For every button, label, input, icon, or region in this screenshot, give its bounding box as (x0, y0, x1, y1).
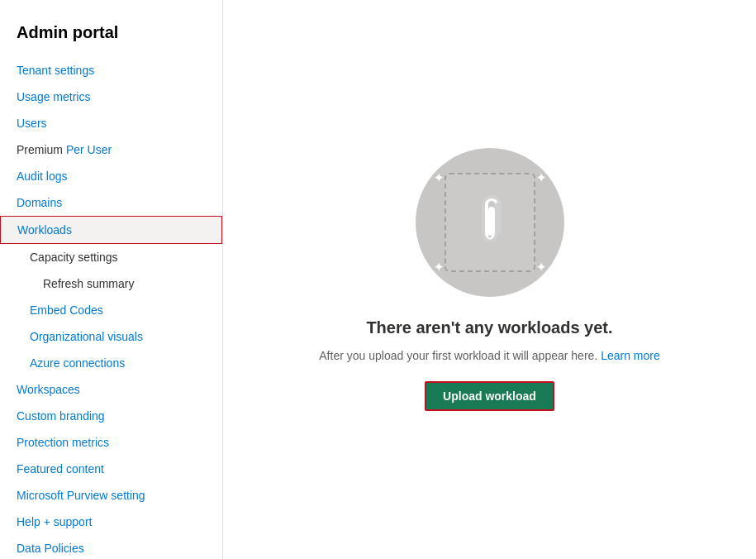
app-container: Admin portal Tenant settingsUsage metric… (0, 0, 756, 559)
nav-items-container: Tenant settingsUsage metricsUsersPremium… (0, 57, 222, 559)
sidebar-item-data-policies[interactable]: Data Policies (0, 535, 222, 559)
sidebar-item-workloads[interactable]: Workloads (0, 216, 222, 244)
sidebar-item-protection-metrics[interactable]: Protection metrics (0, 429, 222, 456)
sidebar-item-azure-connections[interactable]: Azure connections (0, 350, 222, 376)
sidebar-item-refresh-summary[interactable]: Refresh summary (0, 270, 222, 297)
empty-state: ✦ ✦ ✦ ✦ There aren't any workloads yet. … (319, 148, 659, 411)
sparkle-bl: ✦ (434, 260, 444, 274)
empty-desc-text: After you upload your first workload it … (319, 349, 597, 362)
learn-more-link[interactable]: Learn more (601, 349, 660, 362)
sidebar-item-domains[interactable]: Domains (0, 189, 222, 216)
sidebar-item-workspaces[interactable]: Workspaces (0, 376, 222, 403)
empty-icon-circle: ✦ ✦ ✦ ✦ (416, 148, 564, 297)
empty-title: There aren't any workloads yet. (366, 318, 612, 337)
sparkle-tr: ✦ (536, 171, 546, 184)
sidebar-item-tenant-settings[interactable]: Tenant settings (0, 57, 222, 84)
sparkle-tl: ✦ (434, 171, 444, 184)
upload-workload-button[interactable]: Upload workload (425, 381, 554, 411)
empty-icon-inner (445, 173, 535, 272)
sidebar-item-users[interactable]: Users (0, 110, 222, 136)
sidebar-item-custom-branding[interactable]: Custom branding (0, 403, 222, 429)
paperclip-icon (465, 189, 515, 256)
sidebar-item-audit-logs[interactable]: Audit logs (0, 163, 222, 189)
sidebar-title: Admin portal (0, 8, 222, 57)
sidebar-item-featured-content[interactable]: Featured content (0, 456, 222, 482)
sidebar-item-help-support[interactable]: Help + support (0, 509, 222, 535)
sidebar: Admin portal Tenant settingsUsage metric… (0, 0, 223, 559)
sidebar-item-embed-codes[interactable]: Embed Codes (0, 297, 222, 323)
sidebar-item-ms-purview[interactable]: Microsoft Purview setting (0, 482, 222, 509)
sidebar-item-usage-metrics[interactable]: Usage metrics (0, 84, 222, 110)
sidebar-item-capacity-settings[interactable]: Capacity settings (0, 244, 222, 270)
sidebar-item-org-visuals[interactable]: Organizational visuals (0, 323, 222, 350)
sidebar-item-premium-per-user[interactable]: Premium Per User (0, 136, 222, 163)
empty-description: After you upload your first workload it … (319, 347, 659, 365)
sparkle-br: ✦ (536, 260, 546, 274)
main-content: ✦ ✦ ✦ ✦ There aren't any workloads yet. … (223, 0, 756, 559)
